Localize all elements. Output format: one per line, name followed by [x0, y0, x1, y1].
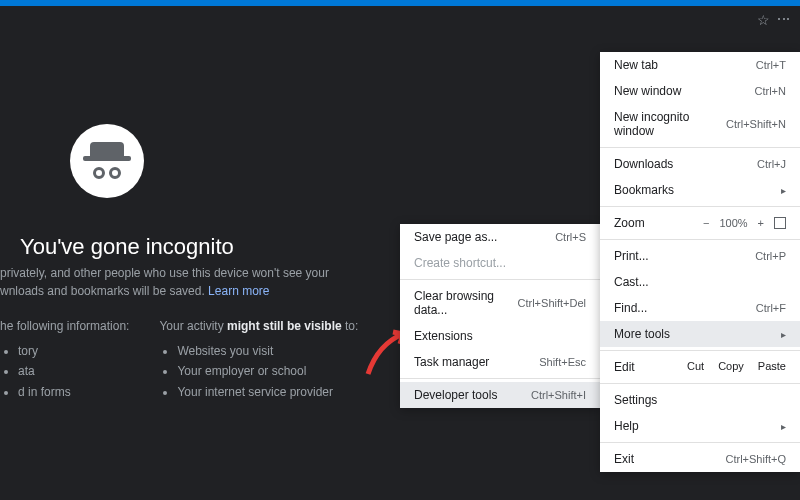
menu-clear-browsing-data[interactable]: Clear browsing data...Ctrl+Shift+Del: [400, 283, 600, 323]
menu-separator: [600, 350, 800, 351]
menu-separator: [600, 383, 800, 384]
zoom-out-button[interactable]: −: [703, 217, 709, 229]
menu-extensions[interactable]: Extensions: [400, 323, 600, 349]
main-menu: New tabCtrl+T New windowCtrl+N New incog…: [600, 52, 800, 472]
menu-separator: [600, 239, 800, 240]
menu-task-manager[interactable]: Task managerShift+Esc: [400, 349, 600, 375]
list-item: Websites you visit: [177, 341, 358, 361]
glasses-icon: [93, 167, 121, 179]
copy-button[interactable]: Copy: [718, 360, 744, 374]
zoom-value: 100%: [719, 217, 747, 229]
menu-downloads[interactable]: DownloadsCtrl+J: [600, 151, 800, 177]
menu-more-tools[interactable]: More tools▸: [600, 321, 800, 347]
menu-exit[interactable]: ExitCtrl+Shift+Q: [600, 446, 800, 472]
more-tools-submenu: Save page as...Ctrl+S Create shortcut...…: [400, 224, 600, 408]
cut-button[interactable]: Cut: [687, 360, 704, 374]
zoom-in-button[interactable]: +: [758, 217, 764, 229]
hat-brim-icon: [83, 156, 131, 161]
menu-edit: Edit Cut Copy Paste: [600, 354, 800, 380]
fullscreen-icon[interactable]: [774, 217, 786, 229]
zoom-label: Zoom: [614, 216, 645, 230]
col2-head: Your activity might still be visible to:: [159, 319, 358, 333]
list-item: Your employer or school: [177, 361, 358, 381]
kebab-menu-icon[interactable]: ⋮: [776, 12, 792, 24]
info-columns: he following information: tory ata d in …: [0, 319, 358, 402]
menu-bookmarks[interactable]: Bookmarks▸: [600, 177, 800, 203]
menu-new-tab[interactable]: New tabCtrl+T: [600, 52, 800, 78]
edit-label: Edit: [614, 360, 687, 374]
chevron-right-icon: ▸: [781, 421, 786, 432]
menu-separator: [400, 378, 600, 379]
page-description: privately, and other people who use this…: [0, 264, 329, 300]
chevron-right-icon: ▸: [781, 185, 786, 196]
menu-separator: [600, 147, 800, 148]
incognito-icon: [70, 124, 144, 198]
menu-cast[interactable]: Cast...: [600, 269, 800, 295]
chevron-right-icon: ▸: [781, 329, 786, 340]
info-col-right: Your activity might still be visible to:…: [159, 319, 358, 402]
learn-more-link[interactable]: Learn more: [208, 284, 269, 298]
menu-print[interactable]: Print...Ctrl+P: [600, 243, 800, 269]
paste-button[interactable]: Paste: [758, 360, 786, 374]
desc-line2: wnloads and bookmarks will be saved.: [0, 284, 208, 298]
list-item: Your internet service provider: [177, 382, 358, 402]
menu-save-page[interactable]: Save page as...Ctrl+S: [400, 224, 600, 250]
menu-find[interactable]: Find...Ctrl+F: [600, 295, 800, 321]
menu-help[interactable]: Help▸: [600, 413, 800, 439]
desc-line1: privately, and other people who use this…: [0, 266, 329, 280]
tab-bar: ☆ ⋮: [0, 6, 800, 34]
hat-icon: [90, 142, 124, 156]
list-item: d in forms: [18, 382, 129, 402]
info-col-left: he following information: tory ata d in …: [0, 319, 129, 402]
list-item: ata: [18, 361, 129, 381]
menu-separator: [600, 442, 800, 443]
menu-new-incognito[interactable]: New incognito windowCtrl+Shift+N: [600, 104, 800, 144]
menu-separator: [400, 279, 600, 280]
menu-developer-tools[interactable]: Developer toolsCtrl+Shift+I: [400, 382, 600, 408]
menu-separator: [600, 206, 800, 207]
page-title: You've gone incognito: [20, 234, 234, 260]
menu-create-shortcut: Create shortcut...: [400, 250, 600, 276]
menu-new-window[interactable]: New windowCtrl+N: [600, 78, 800, 104]
col1-head: he following information:: [0, 319, 129, 333]
page-content: You've gone incognito privately, and oth…: [0, 34, 800, 500]
bookmark-star-icon[interactable]: ☆: [757, 12, 770, 28]
list-item: tory: [18, 341, 129, 361]
menu-settings[interactable]: Settings: [600, 387, 800, 413]
menu-zoom: Zoom − 100% +: [600, 210, 800, 236]
